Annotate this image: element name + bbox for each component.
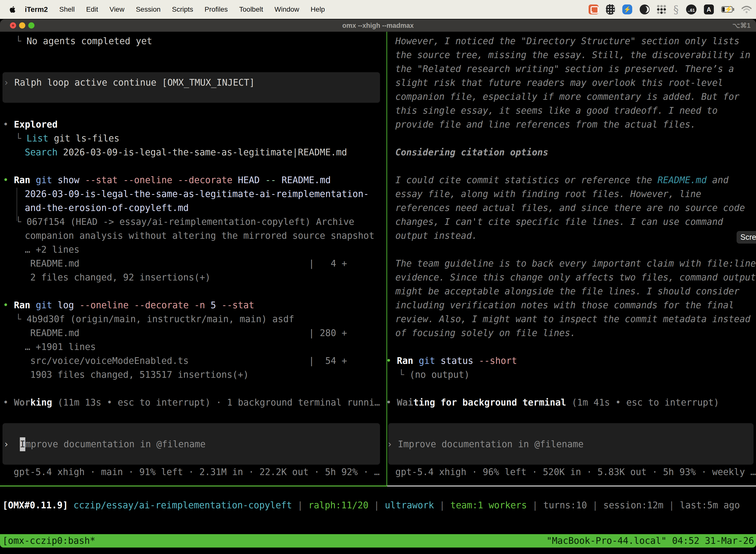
git-word: git: [413, 355, 435, 366]
git-log-stat2: src/voice/voiceModeEnabled.ts | 54 +: [30, 354, 347, 368]
git-log-more-lines[interactable]: … +1901 lines: [25, 340, 96, 354]
dots-grid-icon[interactable]: [657, 5, 666, 14]
list-command: git ls-files: [48, 133, 119, 144]
apple-icon[interactable]: [9, 6, 16, 13]
thinking-text: output instead.: [395, 229, 477, 243]
no-output-text: (no output): [410, 369, 469, 380]
menu-bar: iTerm2 Shell Edit View Session Scripts P…: [0, 0, 756, 19]
search-keyword: Search: [25, 147, 58, 158]
tree-glyph: └: [16, 314, 26, 324]
lightning-app-icon[interactable]: ⚡: [622, 4, 632, 14]
git-arg: HEAD: [233, 175, 260, 185]
git-log-stat1: README.md | 280 +: [30, 326, 347, 340]
pane-divider[interactable]: [386, 32, 387, 486]
menu-item-shell[interactable]: Shell: [54, 5, 80, 13]
menu-item-toolbelt[interactable]: Toolbelt: [233, 5, 269, 13]
git-subcommand: log: [52, 300, 74, 311]
thinking-text: changes, I can't cite specific file line…: [395, 215, 723, 229]
battery-icon[interactable]: ⚡: [721, 6, 734, 13]
badge-61-icon[interactable]: ..61: [686, 4, 696, 14]
bullet-icon: •: [386, 355, 397, 366]
left-session-stats: gpt-5.4 xhigh · main · 91% left · 2.31M …: [14, 465, 379, 479]
thinking-text: of focusing solely on file lines.: [395, 326, 576, 340]
git-subcommand: status: [435, 355, 473, 366]
working-detail: (11m 13s • esc to interrupt) · 1 backgro…: [52, 397, 380, 408]
shield-grid-icon[interactable]: [606, 4, 615, 15]
git-show-output1: └ 067f154 (HEAD -> essay/ai-reimplementa…: [16, 215, 354, 229]
working-shimmer: Wor: [14, 397, 30, 408]
explored-header: • Explored: [3, 118, 58, 131]
git-flag: --stat: [216, 300, 254, 311]
commit-line: 067f154 (HEAD -> essay/ai-reimplementati…: [26, 216, 354, 227]
text-cursor: I: [20, 437, 25, 451]
tmux-host-clock: "MacBook-Pro-44.local" 04:52 31-Mar-26: [547, 534, 754, 548]
git-show-stat2: 2 files changed, 92 insertions(+): [30, 271, 210, 284]
readme-link[interactable]: README.md: [657, 175, 707, 185]
close-button[interactable]: [10, 22, 16, 29]
bullet-icon: •: [3, 397, 14, 408]
git-show-output2: companion analysis without altering the …: [25, 229, 374, 243]
menu-status-icons: ⚡ § ..61 A ⚡: [588, 0, 752, 19]
git-flag: -n: [189, 300, 205, 311]
menu-item-edit[interactable]: Edit: [80, 5, 104, 13]
explored-list-line: └ List git ls-files: [16, 131, 119, 146]
right-composer-line[interactable]: › Improve documentation in @filename: [387, 437, 584, 451]
git-flag: --oneline: [74, 300, 128, 311]
list-keyword: List: [26, 133, 48, 144]
git-log-output1: └ 4b9d30f (origin/main, instructkr/main,…: [16, 312, 294, 326]
menu-item-iterm2[interactable]: iTerm2: [19, 5, 54, 14]
menu-item-window[interactable]: Window: [269, 5, 305, 13]
separator: |: [434, 500, 450, 510]
waiting-shimmer: Wai: [397, 397, 413, 408]
waiting-label: ting for background terminal: [413, 397, 566, 408]
zoom-button[interactable]: [28, 22, 35, 29]
ralph-inject-line: › Ralph loop active continue [OMX_TMUX_I…: [3, 76, 255, 90]
chat-app-icon[interactable]: [588, 4, 598, 14]
git-flag: --decorate: [129, 300, 189, 311]
menu-item-help[interactable]: Help: [305, 5, 331, 13]
screen-overlay-button[interactable]: Scre: [737, 231, 756, 243]
git-show-command: • Ran git show --stat --oneline --decora…: [3, 173, 331, 187]
git-show-wrap1: 2026-03-09-is-legal-the-same-as-legitima…: [25, 187, 369, 201]
wifi-icon[interactable]: [742, 5, 752, 13]
git-log-stat3: 1903 files changed, 513517 insertions(+): [30, 368, 249, 382]
thinking-text: slight risk that future readers may over…: [395, 76, 723, 90]
explored-search-line: Search 2026-03-09-is-legal-the-same-as-l…: [25, 146, 347, 159]
tmux-session-tab[interactable]: [omx-cczip0:bash*: [2, 534, 95, 548]
left-composer-line[interactable]: › Improve documentation in @filename: [3, 437, 206, 451]
prompt-chevron: ›: [387, 439, 392, 449]
tree-glyph: └: [16, 216, 26, 227]
git-subcommand: show: [52, 175, 79, 185]
menu-item-scripts[interactable]: Scripts: [166, 5, 199, 13]
menu-item-view[interactable]: View: [104, 5, 130, 13]
prompt-chevron: ›: [3, 439, 9, 449]
squiggle-icon[interactable]: §: [674, 3, 679, 16]
omx-status-line: [OMX#0.11.9] cczip/essay/ai-reimplementa…: [2, 498, 740, 512]
minimize-button[interactable]: [19, 22, 25, 29]
thinking-text: evidence. Since this change only affects…: [395, 271, 756, 284]
git-word: git: [30, 175, 52, 185]
thinking-text: However, I noticed the "Directory Struct…: [395, 34, 739, 48]
git-separator: --: [260, 175, 276, 185]
ran-label: Ran: [397, 355, 413, 366]
git-show-more-lines[interactable]: … +2 lines: [25, 243, 79, 257]
tree-glyph: └: [16, 133, 26, 144]
menu-item-profiles[interactable]: Profiles: [199, 5, 233, 13]
git-word: git: [30, 300, 52, 311]
git-status-command: • Ran git status --short: [386, 354, 517, 368]
git-flag: --short: [473, 355, 517, 366]
bullet-icon: •: [3, 175, 8, 185]
ralph-inject-text: Ralph loop active continue [OMX_TMUX_INJ…: [14, 77, 255, 88]
menu-item-session[interactable]: Session: [130, 5, 167, 13]
keyboard-layout-icon[interactable]: A: [704, 4, 714, 14]
thinking-text: including verification notes with those …: [395, 298, 734, 312]
git-arg: README.md: [276, 175, 331, 185]
screen-overlay-label: Scre: [740, 233, 756, 242]
bullet-icon: •: [3, 300, 8, 311]
session-timer: session:12m: [604, 500, 664, 510]
thinking-text: this single essay, it seems like a good …: [395, 104, 717, 118]
git-flag: --stat: [79, 175, 118, 185]
pie-chart-icon[interactable]: [640, 4, 649, 14]
working-status-line: • Working (11m 13s • esc to interrupt) ·…: [3, 396, 380, 409]
active-pane-border: [0, 486, 387, 487]
